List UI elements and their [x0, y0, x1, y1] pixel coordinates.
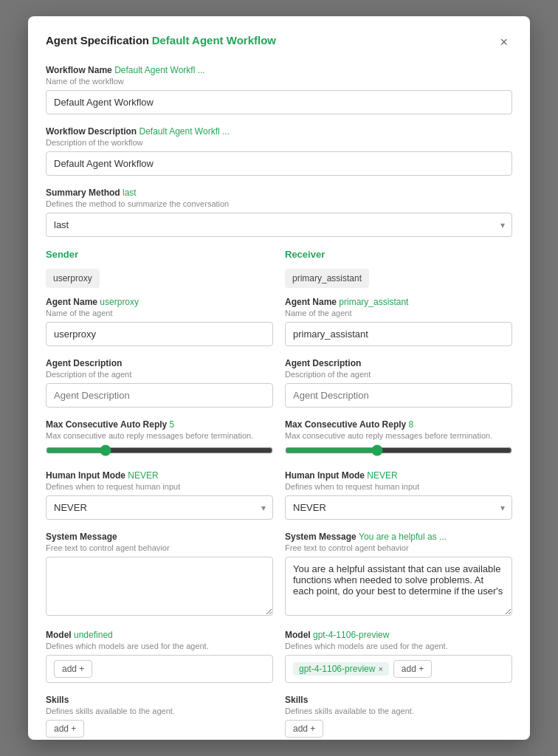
close-button[interactable]: × [495, 34, 512, 50]
workflow-name-badge: Default Agent Workfl ... [114, 65, 205, 75]
receiver-max-reply-group: Max Consecutive Auto Reply 8 Max consecu… [285, 419, 512, 458]
receiver-human-input-select[interactable]: NEVER ALWAYS TERMINATE [285, 495, 512, 520]
sender-add-skill-button[interactable]: add + [46, 720, 84, 738]
receiver-max-reply-slider-container [285, 444, 512, 458]
workflow-name-hint: Name of the workflow [46, 77, 512, 86]
modal-overlay: Agent Specification Default Agent Workfl… [0, 0, 558, 756]
summary-method-group: Summary Method last Defines the method t… [46, 188, 512, 237]
receiver-agent-badge: primary_assistant [285, 269, 369, 288]
receiver-add-skill-button[interactable]: add + [285, 720, 323, 738]
receiver-agent-name-input[interactable] [285, 322, 512, 346]
receiver-model-tag-label: gpt-4-1106-preview [299, 664, 375, 674]
receiver-model-green: gpt-4-1106-preview [313, 630, 389, 640]
sender-human-input-hint: Defines when to request human input [46, 482, 273, 491]
summary-method-select[interactable]: last recent none [46, 213, 512, 237]
receiver-human-input-green: NEVER [367, 470, 397, 481]
sender-add-model-button[interactable]: add + [54, 660, 92, 678]
sender-max-reply-group: Max Consecutive Auto Reply 5 Max consecu… [46, 419, 273, 458]
receiver-system-msg-hint: Free text to control agent behavior [285, 543, 512, 552]
receiver-model-tag-remove[interactable]: × [378, 664, 382, 673]
workflow-name-label: Workflow Name Default Agent Workfl ... [46, 65, 512, 75]
sender-max-reply-hint: Max consecutive auto reply messages befo… [46, 431, 273, 440]
sender-system-msg-hint: Free text to control agent behavior [46, 543, 273, 552]
receiver-skills-label: Skills [285, 695, 512, 705]
sender-human-input-select[interactable]: NEVER ALWAYS TERMINATE [46, 495, 273, 520]
sender-model-hint: Defines which models are used for the ag… [46, 642, 273, 650]
sender-column: Sender userproxy Agent Name userproxy Na… [46, 249, 273, 740]
receiver-model-group: Model gpt-4-1106-preview Defines which m… [285, 630, 512, 683]
sender-model-tag-container: add + [46, 655, 273, 683]
receiver-skills-container: add + [285, 720, 512, 738]
workflow-name-group: Workflow Name Default Agent Workfl ... N… [46, 65, 512, 114]
summary-method-badge: last [123, 188, 137, 198]
receiver-agent-desc-input[interactable] [285, 383, 512, 408]
sender-agent-name-green: userproxy [100, 297, 139, 307]
sender-receiver-grid: Sender userproxy Agent Name userproxy Na… [46, 249, 512, 740]
workflow-name-input[interactable] [46, 90, 512, 114]
sender-model-green: undefined [74, 630, 113, 640]
modal-title-green: Default Agent Workflow [152, 34, 276, 47]
receiver-model-tag-container: gpt-4-1106-preview × add + [285, 655, 512, 683]
summary-method-label: Summary Method last [46, 188, 512, 198]
workflow-desc-input[interactable] [46, 151, 512, 176]
sender-skills-label: Skills [46, 695, 273, 705]
sender-agent-badge: userproxy [46, 269, 100, 288]
sender-section-title: Sender [46, 249, 273, 260]
receiver-human-input-select-wrapper: NEVER ALWAYS TERMINATE ▾ [285, 495, 512, 520]
receiver-add-model-button[interactable]: add + [393, 660, 432, 678]
workflow-desc-hint: Description of the workflow [46, 138, 512, 147]
sender-skills-container: add + [46, 720, 273, 738]
sender-max-reply-green: 5 [170, 419, 175, 430]
modal-dialog: Agent Specification Default Agent Workfl… [28, 16, 530, 740]
sender-max-reply-slider[interactable] [46, 444, 273, 456]
sender-agent-name-input[interactable] [46, 322, 273, 346]
receiver-model-tag: gpt-4-1106-preview × [293, 662, 389, 676]
receiver-system-msg-textarea[interactable]: You are a helpful assistant that can use… [285, 557, 512, 616]
modal-title-prefix: Agent Specification [46, 34, 149, 47]
sender-system-msg-textarea[interactable] [46, 557, 273, 616]
receiver-system-msg-label: System Message You are a helpful as ... [285, 532, 512, 542]
receiver-agent-name-green: primary_assistant [339, 297, 408, 307]
sender-human-input-select-wrapper: NEVER ALWAYS TERMINATE ▾ [46, 495, 273, 520]
receiver-model-label: Model gpt-4-1106-preview [285, 630, 512, 640]
summary-method-select-wrapper: last recent none ▾ [46, 213, 512, 237]
receiver-column: Receiver primary_assistant Agent Name pr… [285, 249, 512, 740]
sender-skills-group: Skills Defines skills available to the a… [46, 695, 273, 738]
sender-max-reply-slider-container [46, 444, 273, 458]
workflow-desc-group: Workflow Description Default Agent Workf… [46, 126, 512, 176]
workflow-desc-badge: Default Agent Workfl ... [139, 126, 230, 137]
receiver-agent-desc-label: Agent Description [285, 358, 512, 368]
receiver-model-hint: Defines which models are used for the ag… [285, 642, 512, 650]
sender-agent-name-label: Agent Name userproxy [46, 297, 273, 307]
modal-title: Agent Specification Default Agent Workfl… [46, 34, 276, 47]
sender-agent-desc-label: Agent Description [46, 358, 273, 368]
sender-agent-desc-group: Agent Description Description of the age… [46, 358, 273, 408]
receiver-skills-group: Skills Defines skills available to the a… [285, 695, 512, 738]
sender-system-msg-group: System Message Free text to control agen… [46, 532, 273, 618]
receiver-max-reply-label: Max Consecutive Auto Reply 8 [285, 419, 512, 430]
sender-system-msg-label: System Message [46, 532, 273, 542]
sender-agent-desc-input[interactable] [46, 383, 273, 408]
sender-skills-hint: Defines skills available to the agent. [46, 707, 273, 715]
receiver-max-reply-green: 8 [409, 419, 414, 430]
receiver-skills-hint: Defines skills available to the agent. [285, 707, 512, 715]
receiver-max-reply-slider[interactable] [285, 444, 512, 456]
sender-agent-name-hint: Name of the agent [46, 309, 273, 317]
sender-model-group: Model undefined Defines which models are… [46, 630, 273, 683]
sender-max-reply-label: Max Consecutive Auto Reply 5 [46, 419, 273, 430]
receiver-human-input-hint: Defines when to request human input [285, 482, 512, 491]
workflow-desc-label: Workflow Description Default Agent Workf… [46, 126, 512, 137]
sender-agent-name-group: Agent Name userproxy Name of the agent [46, 297, 273, 346]
receiver-agent-name-hint: Name of the agent [285, 309, 512, 317]
sender-model-label: Model undefined [46, 630, 273, 640]
receiver-human-input-group: Human Input Mode NEVER Defines when to r… [285, 470, 512, 520]
summary-method-hint: Defines the method to summarize the conv… [46, 199, 512, 208]
receiver-section-title: Receiver [285, 249, 512, 260]
receiver-agent-name-label: Agent Name primary_assistant [285, 297, 512, 307]
sender-human-input-green: NEVER [128, 470, 158, 481]
receiver-system-msg-green: You are a helpful as ... [359, 532, 447, 542]
sender-agent-desc-hint: Description of the agent [46, 370, 273, 379]
sender-human-input-group: Human Input Mode NEVER Defines when to r… [46, 470, 273, 520]
sender-human-input-label: Human Input Mode NEVER [46, 470, 273, 481]
receiver-agent-desc-hint: Description of the agent [285, 370, 512, 379]
